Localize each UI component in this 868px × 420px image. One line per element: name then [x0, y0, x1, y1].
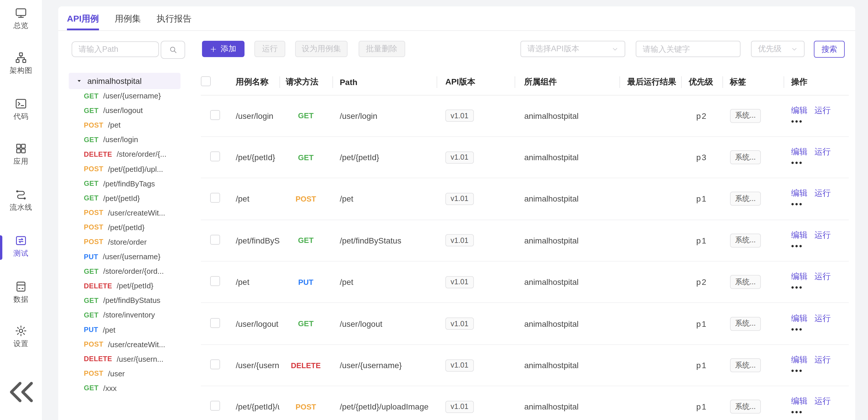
edit-link[interactable]: 编辑 — [791, 354, 807, 365]
api-version-badge: v1.01 — [445, 276, 473, 288]
run-link[interactable]: 运行 — [814, 271, 831, 282]
sidebar-item[interactable]: 架构图 — [0, 51, 42, 74]
tree-endpoint-item[interactable]: POST /user — [69, 366, 185, 381]
more-actions-icon[interactable]: ••• — [791, 324, 849, 335]
case-path: /user/login — [332, 111, 437, 120]
tree-endpoint-item[interactable]: GET /user/login — [69, 132, 185, 147]
path-search-button[interactable] — [161, 41, 185, 59]
tree-endpoint-item[interactable]: POST /user/createWit... — [69, 206, 185, 220]
case-name: /pet — [229, 194, 279, 204]
row-checkbox[interactable] — [210, 110, 220, 120]
search-button[interactable]: 搜索 — [814, 41, 845, 58]
run-link[interactable]: 运行 — [814, 312, 831, 324]
endpoint-path-label: /pet/findByStatus — [103, 296, 161, 305]
tree-endpoint-item[interactable]: POST /store/order — [69, 235, 185, 249]
tree-endpoint-item[interactable]: GET /pet/findByTags — [69, 176, 185, 191]
more-actions-icon[interactable]: ••• — [791, 157, 849, 168]
tree-endpoint-item[interactable]: DELETE /pet/{petId} — [69, 278, 185, 293]
row-checkbox[interactable] — [210, 193, 220, 203]
more-actions-icon[interactable]: ••• — [791, 199, 849, 210]
edit-link[interactable]: 编辑 — [791, 146, 807, 157]
tree-endpoint-item[interactable]: GET /xxx — [69, 381, 185, 395]
run-link[interactable]: 运行 — [814, 396, 831, 407]
edit-link[interactable]: 编辑 — [791, 188, 807, 199]
tree-endpoint-item[interactable]: POST /pet — [69, 118, 185, 132]
priority-select[interactable]: 优先级 — [751, 41, 805, 57]
case-name: /pet/{petId}/u... — [229, 402, 279, 412]
row-checkbox[interactable] — [210, 359, 220, 369]
tree-root-node[interactable]: animalhostpital — [69, 72, 181, 89]
more-actions-icon[interactable]: ••• — [791, 282, 849, 293]
tree-endpoint-item[interactable]: GET /user/{username} — [69, 89, 185, 103]
sidebar-item[interactable]: 总览 — [0, 6, 42, 30]
row-checkbox[interactable] — [210, 401, 220, 411]
sidebar-item[interactable]: 代码 — [0, 97, 42, 121]
sidebar-item-label: 流水线 — [0, 203, 42, 211]
run-link[interactable]: 运行 — [814, 146, 831, 157]
http-method-label: DELETE — [84, 355, 112, 363]
row-checkbox[interactable] — [210, 151, 220, 161]
collapse-sidebar-button[interactable] — [0, 371, 42, 413]
api-version-select[interactable]: 请选择API版本 — [521, 41, 625, 57]
run-link[interactable]: 运行 — [814, 354, 831, 365]
keyword-input[interactable] — [636, 41, 740, 57]
tab[interactable]: API用例 — [67, 6, 99, 30]
edit-link[interactable]: 编辑 — [791, 312, 807, 324]
tree-endpoint-item[interactable]: GET /pet/findByStatus — [69, 293, 185, 308]
set-as-suite-button[interactable]: 设为用例集 — [295, 41, 347, 57]
tree-endpoint-item[interactable]: DELETE /user/{usern... — [69, 352, 185, 366]
row-checkbox[interactable] — [210, 235, 220, 245]
col-path: Path — [332, 78, 437, 87]
edit-link[interactable]: 编辑 — [791, 271, 807, 282]
endpoint-path-label: /user/createWit... — [108, 340, 165, 349]
tree-endpoint-item[interactable]: GET /store/order/{ord... — [69, 264, 185, 278]
run-button[interactable]: 运行 — [254, 41, 285, 57]
sidebar-item-label: 数据 — [0, 295, 42, 303]
tree-endpoint-item[interactable]: PUT /user/{username} — [69, 249, 185, 264]
endpoint-path-label: /pet/findByTags — [103, 179, 155, 188]
more-actions-icon[interactable]: ••• — [791, 365, 849, 376]
sidebar-item[interactable]: 流水线 — [0, 188, 42, 211]
edit-link[interactable]: 编辑 — [791, 230, 807, 241]
case-path: /pet/findByStatus — [332, 236, 437, 245]
sidebar-item[interactable]: 数据 — [0, 280, 42, 303]
case-method: GET — [279, 236, 332, 245]
edit-link[interactable]: 编辑 — [791, 396, 807, 407]
tree-endpoint-item[interactable]: GET /pet/{petId} — [69, 191, 185, 205]
case-component: animalhostpital — [515, 361, 620, 370]
more-actions-icon[interactable]: ••• — [791, 407, 849, 418]
endpoint-path-label: /user/{username} — [103, 91, 161, 100]
tree-endpoint-item[interactable]: POST /pet/{petId}/upl... — [69, 162, 185, 176]
add-button[interactable]: 添加 — [202, 41, 244, 57]
edit-link[interactable]: 编辑 — [791, 104, 807, 116]
tree-endpoint-item[interactable]: DELETE /store/order/{... — [69, 147, 185, 162]
case-priority: p1 — [681, 319, 722, 328]
endpoint-path-label: /store/order — [108, 238, 147, 246]
row-checkbox[interactable] — [210, 318, 220, 328]
sidebar-item[interactable]: 应用 — [0, 142, 42, 166]
more-actions-icon[interactable]: ••• — [791, 116, 849, 127]
run-link[interactable]: 运行 — [814, 104, 831, 116]
path-search-input[interactable] — [72, 41, 159, 57]
caret-down-icon[interactable] — [76, 78, 82, 84]
endpoint-path-label: /user/{usern... — [117, 355, 163, 363]
tree-endpoint-item[interactable]: PUT /pet — [69, 323, 185, 337]
settings-icon — [14, 325, 27, 337]
tab[interactable]: 执行报告 — [157, 6, 191, 30]
code-icon — [14, 97, 27, 110]
tab[interactable]: 用例集 — [115, 6, 141, 30]
sidebar-item[interactable]: 设置 — [0, 325, 42, 348]
batch-delete-button[interactable]: 批量删除 — [358, 41, 405, 57]
sidebar-item[interactable]: 测试 — [0, 234, 42, 258]
tree-endpoint-item[interactable]: POST /pet/{petId} — [69, 220, 185, 235]
pipeline-icon — [14, 188, 27, 201]
tree-endpoint-item[interactable]: GET /user/logout — [69, 103, 185, 118]
tree-endpoint-item[interactable]: POST /user/createWit... — [69, 337, 185, 352]
select-all-checkbox[interactable] — [201, 76, 211, 86]
row-checkbox[interactable] — [210, 276, 220, 286]
tree-endpoint-item[interactable]: GET /store/inventory — [69, 308, 185, 323]
more-actions-icon[interactable]: ••• — [791, 241, 849, 252]
run-link[interactable]: 运行 — [814, 188, 831, 199]
case-name: /pet — [229, 277, 279, 287]
run-link[interactable]: 运行 — [814, 230, 831, 241]
